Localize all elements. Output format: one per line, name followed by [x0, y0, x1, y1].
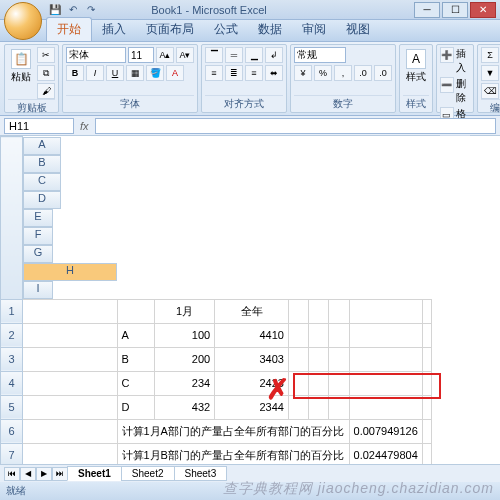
cut-button[interactable]: ✂ — [37, 47, 55, 63]
fill-button[interactable]: ▼ — [481, 65, 499, 81]
ribbon-tabs: 开始 插入 页面布局 公式 数据 审阅 视图 — [0, 20, 500, 42]
col-header-G[interactable]: G — [23, 245, 53, 263]
italic-button[interactable]: I — [86, 65, 104, 81]
row-header[interactable]: 1 — [1, 299, 23, 323]
col-header-I[interactable]: I — [23, 281, 53, 299]
col-header-B[interactable]: B — [23, 155, 61, 173]
wrap-text-button[interactable]: ↲ — [265, 47, 283, 63]
tab-insert[interactable]: 插入 — [92, 18, 136, 41]
row-header[interactable]: 7 — [1, 443, 23, 464]
autosum-button[interactable]: Σ — [481, 47, 499, 63]
tab-formulas[interactable]: 公式 — [204, 18, 248, 41]
tab-review[interactable]: 审阅 — [292, 18, 336, 41]
clear-button[interactable]: ⌫ — [481, 83, 499, 99]
number-label: 数字 — [294, 95, 392, 111]
border-button[interactable]: ▦ — [126, 65, 144, 81]
cell[interactable]: 2344 — [215, 395, 289, 419]
sheet-tab-1[interactable]: Sheet1 — [67, 466, 122, 481]
align-label: 对齐方式 — [205, 95, 283, 111]
comma-button[interactable]: , — [334, 65, 352, 81]
office-button[interactable] — [4, 2, 42, 40]
align-bottom-button[interactable]: ▁ — [245, 47, 263, 63]
row-header[interactable]: 3 — [1, 347, 23, 371]
row-header[interactable]: 4 — [1, 371, 23, 395]
close-button[interactable]: ✕ — [470, 2, 496, 18]
sheet-tab-2[interactable]: Sheet2 — [121, 466, 175, 481]
underline-button[interactable]: U — [106, 65, 124, 81]
fill-color-button[interactable]: 🪣 — [146, 65, 164, 81]
cell[interactable]: 3403 — [215, 347, 289, 371]
col-header-C[interactable]: C — [23, 173, 61, 191]
cell-merged[interactable]: 计算1月A部门的产量占全年所有部门的百分比 — [117, 419, 349, 443]
grow-font-button[interactable]: A▴ — [156, 47, 174, 63]
number-format-select[interactable]: 常规 — [294, 47, 346, 63]
tab-layout[interactable]: 页面布局 — [136, 18, 204, 41]
cell[interactable]: 100 — [154, 323, 214, 347]
cell[interactable]: 1月 — [154, 299, 214, 323]
percent-button[interactable]: % — [314, 65, 332, 81]
sheet-nav-last[interactable]: ⏭ — [52, 467, 68, 481]
paste-button[interactable]: 📋 粘贴 — [8, 47, 34, 86]
row-header[interactable]: 2 — [1, 323, 23, 347]
cell[interactable]: 0.024479804 — [349, 443, 422, 464]
worksheet-grid[interactable]: A B C D E F G H I 11月全年 2A1004410 3B2003… — [0, 136, 500, 464]
align-top-button[interactable]: ▔ — [205, 47, 223, 63]
merge-button[interactable]: ⬌ — [265, 65, 283, 81]
delete-cells-button[interactable]: ➖ — [440, 77, 454, 93]
increase-decimal-button[interactable]: .0 — [354, 65, 372, 81]
shrink-font-button[interactable]: A▾ — [176, 47, 194, 63]
minimize-button[interactable]: ─ — [414, 2, 440, 18]
row-header[interactable]: 5 — [1, 395, 23, 419]
format-painter-button[interactable]: 🖌 — [37, 83, 55, 99]
col-header-D[interactable]: D — [23, 191, 61, 209]
align-center-button[interactable]: ≣ — [225, 65, 243, 81]
insert-cells-button[interactable]: ➕ — [440, 47, 454, 63]
decrease-decimal-button[interactable]: .0 — [374, 65, 392, 81]
maximize-button[interactable]: ☐ — [442, 2, 468, 18]
cell[interactable]: 432 — [154, 395, 214, 419]
status-text: 就绪 — [6, 484, 26, 498]
cell[interactable]: 234 — [154, 371, 214, 395]
cell[interactable]: 0.007949126 — [349, 419, 422, 443]
font-size-select[interactable]: 11 — [128, 47, 154, 63]
sheet-nav-first[interactable]: ⏮ — [4, 467, 20, 481]
undo-icon[interactable]: ↶ — [66, 2, 80, 16]
align-middle-button[interactable]: ═ — [225, 47, 243, 63]
row-header[interactable]: 6 — [1, 419, 23, 443]
col-header-H[interactable]: H — [23, 263, 117, 281]
cell-merged[interactable]: 计算1月B部门的产量占全年所有部门的百分比 — [117, 443, 349, 464]
tab-data[interactable]: 数据 — [248, 18, 292, 41]
col-header-F[interactable]: F — [23, 227, 53, 245]
tab-view[interactable]: 视图 — [336, 18, 380, 41]
cell[interactable]: A — [117, 323, 154, 347]
tab-home[interactable]: 开始 — [46, 17, 92, 41]
cell[interactable]: B — [117, 347, 154, 371]
paste-label: 粘贴 — [11, 70, 31, 84]
save-icon[interactable]: 💾 — [48, 2, 62, 16]
font-name-select[interactable]: 宋体 — [66, 47, 126, 63]
cell[interactable]: C — [117, 371, 154, 395]
fx-icon[interactable]: fx — [80, 120, 89, 132]
redo-icon[interactable]: ↷ — [84, 2, 98, 16]
col-header-E[interactable]: E — [23, 209, 53, 227]
cell[interactable]: 全年 — [215, 299, 289, 323]
col-header-A[interactable]: A — [23, 137, 61, 155]
cell[interactable]: 2423 — [215, 371, 289, 395]
align-left-button[interactable]: ≡ — [205, 65, 223, 81]
cell[interactable]: 4410 — [215, 323, 289, 347]
copy-button[interactable]: ⧉ — [37, 65, 55, 81]
sheet-tab-3[interactable]: Sheet3 — [174, 466, 228, 481]
sheet-nav-prev[interactable]: ◀ — [20, 467, 36, 481]
select-all[interactable] — [1, 137, 23, 300]
bold-button[interactable]: B — [66, 65, 84, 81]
cell[interactable]: D — [117, 395, 154, 419]
currency-button[interactable]: ¥ — [294, 65, 312, 81]
font-color-button[interactable]: A — [166, 65, 184, 81]
cell[interactable]: 200 — [154, 347, 214, 371]
styles-button[interactable]: A 样式 — [403, 47, 429, 86]
quick-access-toolbar: 💾 ↶ ↷ — [48, 2, 98, 16]
formula-input[interactable] — [95, 118, 496, 134]
name-box[interactable]: H11 — [4, 118, 74, 134]
align-right-button[interactable]: ≡ — [245, 65, 263, 81]
sheet-nav-next[interactable]: ▶ — [36, 467, 52, 481]
